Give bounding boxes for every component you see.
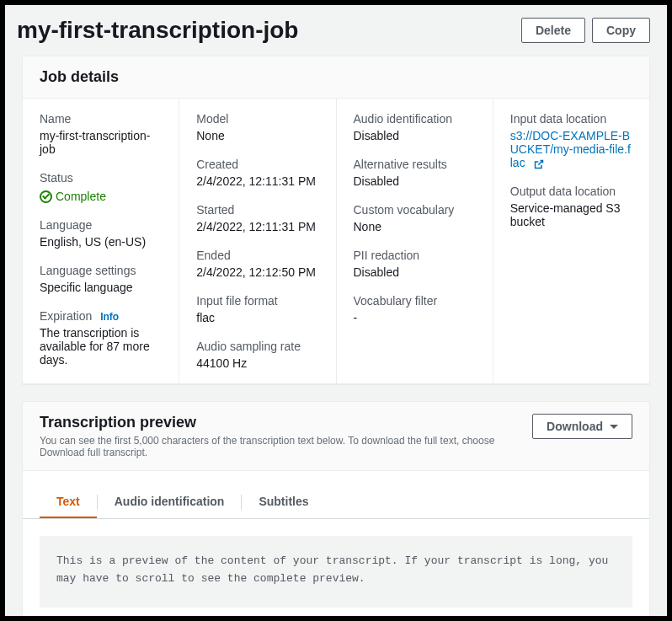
lang-settings-value: Specific language <box>40 281 162 294</box>
created-value: 2/4/2022, 12:11:31 PM <box>196 174 318 188</box>
ended-label: Ended <box>196 249 318 262</box>
tab-audio-identification[interactable]: Audio identification <box>98 486 242 518</box>
name-label: Name <box>40 112 162 126</box>
model-label: Model <box>196 112 318 126</box>
status-text: Complete <box>56 190 106 203</box>
status-value: Complete <box>40 190 106 203</box>
copy-button[interactable]: Copy <box>592 18 650 43</box>
started-value: 2/4/2022, 12:11:31 PM <box>196 220 318 233</box>
details-col-4: Input data location s3://DOC-EXAMPLE-BUC… <box>493 99 649 383</box>
preview-content: This is a preview of the content of your… <box>40 536 632 608</box>
tab-text[interactable]: Text <box>40 486 97 518</box>
input-loc-value: s3://DOC-EXAMPLE-BUCKET/my-media-file.fl… <box>510 129 632 169</box>
job-details-header: Job details <box>23 56 649 99</box>
download-label: Download <box>547 420 603 433</box>
audio-id-value: Disabled <box>354 129 476 142</box>
caret-down-icon <box>610 425 618 429</box>
sampling-value: 44100 Hz <box>196 356 318 370</box>
preview-subtitle: You can see the first 5,000 characters o… <box>40 435 532 458</box>
page-title: my-first-transcription-job <box>17 17 298 44</box>
external-link-icon <box>534 158 544 169</box>
alt-results-value: Disabled <box>354 174 476 188</box>
custom-vocab-value: None <box>354 220 476 233</box>
audio-id-label: Audio identification <box>354 112 476 126</box>
alt-results-label: Alternative results <box>354 158 476 171</box>
expiration-value: The transcription is available for 87 mo… <box>40 326 162 367</box>
vocab-filter-label: Vocabulary filter <box>354 294 476 308</box>
language-label: Language <box>40 218 162 232</box>
model-value: None <box>196 129 318 142</box>
tab-subtitles[interactable]: Subtitles <box>242 486 325 518</box>
page-header: my-first-transcription-job Delete Copy <box>5 5 667 56</box>
status-label: Status <box>40 171 162 185</box>
pii-value: Disabled <box>354 265 476 279</box>
started-label: Started <box>196 203 318 217</box>
ended-value: 2/4/2022, 12:12:50 PM <box>196 265 318 279</box>
details-grid: Name my-first-transcription-job Status C… <box>23 99 649 383</box>
preview-tabs: Text Audio identification Subtitles <box>23 486 649 519</box>
details-col-3: Audio identification Disabled Alternativ… <box>337 99 493 383</box>
format-label: Input file format <box>196 294 318 308</box>
job-details-title: Job details <box>40 68 632 86</box>
delete-button[interactable]: Delete <box>521 18 585 43</box>
transcription-preview-panel: Transcription preview You can see the fi… <box>22 401 650 616</box>
preview-title: Transcription preview <box>40 414 532 431</box>
input-loc-label: Input data location <box>510 112 632 126</box>
output-loc-value: Service-managed S3 bucket <box>510 201 632 228</box>
format-value: flac <box>196 311 318 324</box>
vocab-filter-value: - <box>354 311 476 324</box>
download-button[interactable]: Download <box>532 414 632 439</box>
preview-header: Transcription preview You can see the fi… <box>23 402 649 471</box>
language-value: English, US (en-US) <box>40 235 162 249</box>
header-actions: Delete Copy <box>521 18 650 43</box>
details-col-2: Model None Created 2/4/2022, 12:11:31 PM… <box>179 99 336 383</box>
custom-vocab-label: Custom vocabulary <box>354 203 476 217</box>
expiration-info-link[interactable]: Info <box>100 311 119 323</box>
expiration-label: Expiration Info <box>40 309 162 323</box>
job-details-panel: Job details Name my-first-transcription-… <box>22 56 650 384</box>
details-col-1: Name my-first-transcription-job Status C… <box>23 99 179 383</box>
created-label: Created <box>196 158 318 171</box>
sampling-label: Audio sampling rate <box>196 340 318 353</box>
output-loc-label: Output data location <box>510 185 632 198</box>
input-loc-link[interactable]: s3://DOC-EXAMPLE-BUCKET/my-media-file.fl… <box>510 129 631 169</box>
lang-settings-label: Language settings <box>40 264 162 277</box>
check-circle-icon <box>40 190 52 203</box>
pii-label: PII redaction <box>354 249 476 262</box>
name-value: my-first-transcription-job <box>40 129 162 156</box>
